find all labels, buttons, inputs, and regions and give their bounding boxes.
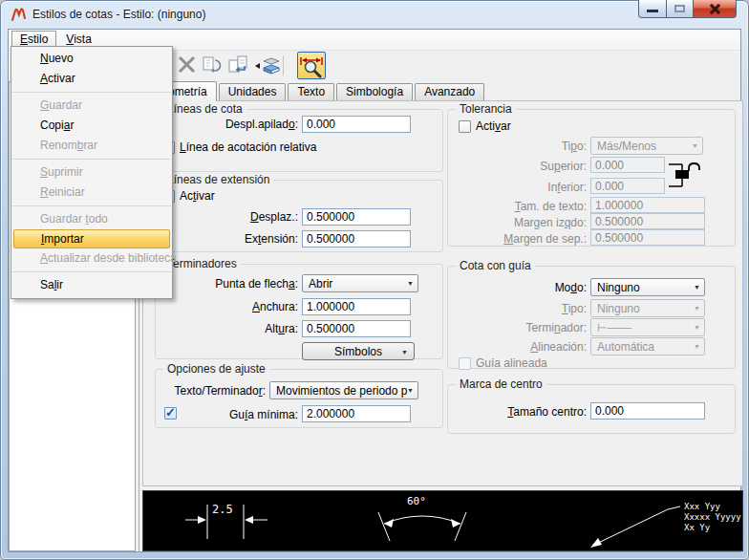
tab-simbologia[interactable]: Simbología — [336, 83, 413, 100]
despl-apilado-label: Despl.apilado: — [203, 118, 298, 132]
paste-style-icon[interactable] — [227, 54, 250, 79]
copy-style-icon[interactable] — [201, 54, 223, 79]
menu-separator — [12, 159, 171, 160]
tolerancia-activar-checkbox[interactable] — [459, 120, 471, 133]
minimize-icon — [647, 10, 658, 12]
leader-text-1: Xxx Yyy — [684, 502, 721, 511]
close-icon — [709, 4, 720, 13]
button-label: Símbolos — [334, 345, 382, 358]
leader-text-3: Xx Yy — [684, 523, 711, 532]
margen-izqdo-input: 0.500000 — [590, 213, 705, 229]
alineacion-label: Alineación: — [491, 340, 587, 355]
delete-icon[interactable] — [177, 54, 197, 77]
chevron-down-icon: ▼ — [401, 349, 408, 355]
despl-apilado-input[interactable]: 0.000 — [302, 116, 411, 133]
modo-select[interactable]: Ninguno ▼ — [590, 278, 705, 296]
group-title: Líneas de extensión — [163, 173, 273, 186]
chevron-down-icon: ▼ — [407, 387, 414, 394]
margen-de-sep-label: Margen de sep.: — [472, 232, 587, 247]
punta-de-flecha-label: Punta de flecha: — [183, 277, 298, 291]
menu-item-activar[interactable]: Activar — [11, 69, 172, 89]
group-title: Marca de centro — [456, 377, 546, 391]
inferior-label: Inferior: — [491, 181, 587, 195]
chevron-down-icon: ▼ — [694, 343, 700, 350]
import-from-library-icon[interactable] — [254, 54, 283, 80]
guia-minima-checkbox[interactable] — [164, 407, 177, 420]
modo-label: Modo: — [491, 281, 587, 295]
altura-label: Altura: — [203, 322, 298, 336]
menu-separator — [12, 271, 171, 272]
dimension-styles-dialog: Estilos de cotas - Estilo: (ninguno) Est… — [0, 0, 749, 560]
selected-value: ⊢─── — [597, 321, 631, 334]
margen-de-sep-input: 0.500000 — [590, 229, 705, 246]
selected-value: Abrir — [309, 277, 332, 291]
tipo-label: Tipo: — [491, 140, 587, 154]
toolbar-separator — [283, 55, 284, 75]
tam-de-texto-input: 1.000000 — [590, 197, 705, 213]
guia-tipo-select: Ninguno ▼ — [590, 299, 705, 317]
preview-toggle-button[interactable] — [297, 52, 326, 79]
altura-input[interactable]: 0.500000 — [302, 320, 411, 337]
menu-item-importar[interactable]: Importar — [13, 229, 170, 248]
tab-texto[interactable]: Texto — [288, 83, 334, 100]
superior-label: Superior: — [491, 160, 587, 174]
inferior-input: 0.000 — [590, 178, 665, 194]
chevron-down-icon: ▼ — [407, 280, 414, 287]
tab-avanzado[interactable]: Avanzado — [415, 83, 484, 100]
menu-item-renombrar: Renombrar — [11, 136, 172, 156]
estilo-menu-popup: Nuevo Activar Guardar Copiar Renombrar S… — [11, 46, 173, 299]
menu-item-copiar[interactable]: Copiar — [11, 116, 172, 136]
tamano-centro-input[interactable]: 0.000 — [590, 402, 705, 420]
geometry-tab-panel: Líneas de cota Despl.apilado: 0.000 Líne… — [142, 100, 743, 486]
menu-separator — [12, 205, 171, 206]
margen-izqdo-label: Margen izqdo: — [472, 216, 587, 230]
extension-input[interactable]: 0.500000 — [302, 230, 411, 248]
leader-text-2: Xxxxx Yyyyy — [684, 512, 741, 522]
group-title: Cota con guía — [456, 259, 535, 272]
texto-terminador-select[interactable]: Movimientos de periodo p ▼ — [269, 381, 418, 399]
extension-activar-label: Activar — [180, 189, 266, 204]
tab-unidades[interactable]: Unidades — [219, 83, 287, 100]
window-title: Estilos de cotas - Estilo: (ninguno) — [32, 8, 205, 21]
title-bar[interactable]: Estilos de cotas - Estilo: (ninguno) — [0, 0, 749, 29]
chevron-down-icon: ▼ — [694, 305, 700, 312]
group-title: Opciones de ajuste — [163, 362, 269, 376]
menu-item-guardar: Guardar — [11, 96, 172, 116]
menu-item-actualizar-desde-biblioteca: Actualizar desde biblioteca — [11, 248, 172, 269]
desplaz-input[interactable]: 0.500000 — [302, 208, 411, 226]
linea-acotacion-relativa-label: Línea de acotación relativa — [180, 140, 352, 155]
chevron-down-icon: ▼ — [692, 142, 698, 149]
minimize-button[interactable] — [638, 0, 667, 18]
lock-superior-inferior-icon[interactable] — [667, 155, 711, 200]
maximize-button[interactable] — [667, 0, 694, 18]
dialog-client-area: Estilo Vista — [8, 29, 741, 552]
chevron-down-icon: ▼ — [694, 324, 700, 331]
tolerancia-activar-label: Activar — [476, 119, 552, 134]
close-button[interactable] — [694, 0, 737, 18]
group-title: Líneas de cota — [163, 102, 246, 116]
selected-value: Movimientos de periodo p — [276, 384, 407, 398]
tamano-centro-label: Tamaño centro: — [472, 405, 587, 420]
desplaz-label: Desplaz.: — [203, 210, 298, 225]
menu-item-guardar-todo: Guardar todo — [11, 209, 172, 229]
selected-value: Ninguno — [597, 281, 640, 294]
menu-item-suprimir: Suprimir — [11, 162, 172, 183]
tab-strip: Geometría Unidades Texto Simbología Avan… — [143, 81, 486, 100]
texto-terminador-label: Texto/Terminador: — [155, 384, 266, 398]
anchura-label: Anchura: — [203, 300, 298, 314]
simbolos-dropdown-button[interactable]: Símbolos ▼ — [302, 342, 415, 360]
dimension-preview: 2.5 60° Xxx Yyy Xxxxx Yyyyy Xx Yy — [142, 490, 743, 551]
selected-value: Automática — [597, 340, 654, 354]
menu-item-salir[interactable]: Salir — [11, 275, 172, 295]
menu-item-nuevo[interactable]: Nuevo — [11, 49, 172, 69]
tolerancia-tipo-select: Más/Menos ▼ — [590, 137, 703, 155]
angle-dim-text: 60° — [407, 495, 426, 507]
punta-de-flecha-select[interactable]: Abrir ▼ — [302, 274, 418, 292]
superior-input: 0.000 — [590, 157, 665, 173]
guia-minima-input[interactable]: 2.000000 — [302, 405, 411, 422]
anchura-input[interactable]: 1.000000 — [302, 298, 411, 315]
maximize-icon — [674, 5, 685, 12]
linear-dim-text: 2.5 — [212, 503, 233, 516]
selected-value: Más/Menos — [597, 140, 656, 153]
guia-terminador-select: ⊢─── ▼ — [590, 318, 705, 336]
